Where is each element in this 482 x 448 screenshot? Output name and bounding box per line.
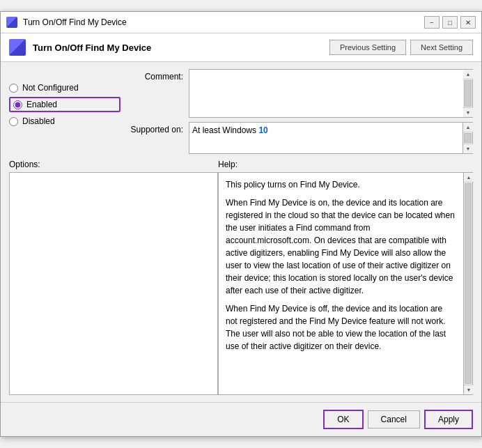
help-box-container: This policy turns on Find My Device. Whe… bbox=[218, 172, 473, 395]
title-bar-controls: − □ ✕ bbox=[424, 16, 476, 29]
close-button[interactable]: ✕ bbox=[460, 16, 476, 29]
previous-setting-button[interactable]: Previous Setting bbox=[329, 40, 406, 55]
maximize-button[interactable]: □ bbox=[442, 16, 458, 29]
help-scroll-thumb bbox=[465, 183, 472, 384]
not-configured-option[interactable]: Not Configured bbox=[9, 83, 120, 93]
help-scroll-down[interactable]: ▼ bbox=[464, 385, 474, 394]
disabled-radio[interactable] bbox=[9, 117, 18, 126]
comment-label: Comment: bbox=[120, 69, 183, 82]
comment-scroll-thumb bbox=[464, 80, 472, 107]
disabled-option[interactable]: Disabled bbox=[9, 116, 120, 126]
comment-input[interactable] bbox=[189, 69, 463, 118]
radio-group: Not Configured Enabled Disabled bbox=[9, 69, 120, 126]
help-content: This policy turns on Find My Device. Whe… bbox=[218, 172, 463, 395]
title-bar-icon bbox=[6, 17, 17, 28]
ok-button[interactable]: OK bbox=[323, 410, 363, 429]
supported-scrollbar: ▲ ▼ bbox=[463, 122, 473, 154]
top-section: Not Configured Enabled Disabled Comment: bbox=[9, 69, 473, 154]
not-configured-label: Not Configured bbox=[22, 83, 79, 93]
title-bar: Turn On/Off Find My Device − □ ✕ bbox=[1, 12, 481, 33]
apply-button[interactable]: Apply bbox=[424, 410, 473, 429]
comment-row: Comment: ▲ ▼ bbox=[120, 69, 473, 118]
supported-scroll-thumb bbox=[464, 133, 472, 143]
supported-scroll-up[interactable]: ▲ bbox=[463, 123, 473, 132]
help-label: Help: bbox=[218, 158, 473, 172]
supported-row: Supported on: At least Windows 10 ▲ ▼ bbox=[120, 122, 473, 154]
enabled-label: Enabled bbox=[26, 100, 57, 109]
help-para3: When Find My Device is off, the device a… bbox=[226, 302, 456, 353]
not-configured-radio[interactable] bbox=[9, 84, 18, 93]
supported-label: Supported on: bbox=[120, 122, 183, 134]
help-para1: This policy turns on Find My Device. bbox=[226, 178, 456, 191]
options-box bbox=[9, 172, 218, 395]
comment-scrollbar: ▲ ▼ bbox=[463, 69, 473, 118]
help-scrollbar: ▲ ▼ bbox=[463, 172, 473, 395]
minimize-button[interactable]: − bbox=[424, 16, 440, 29]
header-bar: Turn On/Off Find My Device Previous Sett… bbox=[1, 33, 481, 62]
supported-version: 10 bbox=[258, 125, 267, 135]
supported-box: At least Windows 10 bbox=[189, 122, 463, 154]
supported-text: At least Windows 10 bbox=[192, 125, 268, 135]
dialog-window: Turn On/Off Find My Device − □ ✕ Turn On… bbox=[0, 11, 482, 437]
help-para2: When Find My Device is on, the device an… bbox=[226, 196, 456, 297]
comment-container: ▲ ▼ bbox=[189, 69, 473, 118]
next-setting-button[interactable]: Next Setting bbox=[410, 40, 473, 55]
header-nav: Previous Setting Next Setting bbox=[329, 40, 473, 55]
enabled-option[interactable]: Enabled bbox=[9, 97, 120, 112]
enabled-radio[interactable] bbox=[13, 100, 22, 109]
comment-scroll-up[interactable]: ▲ bbox=[463, 70, 473, 79]
title-bar-text: Turn On/Off Find My Device bbox=[23, 17, 419, 27]
supported-container: At least Windows 10 ▲ ▼ bbox=[189, 122, 473, 154]
disabled-label: Disabled bbox=[22, 116, 55, 126]
cancel-button[interactable]: Cancel bbox=[368, 410, 420, 428]
header-title: Turn On/Off Find My Device bbox=[33, 43, 322, 53]
options-column: Options: bbox=[9, 158, 218, 395]
options-label: Options: bbox=[9, 158, 218, 172]
comment-scroll-down[interactable]: ▼ bbox=[463, 107, 473, 117]
right-panel: Comment: ▲ ▼ Supported on: bbox=[120, 69, 473, 154]
help-column: Help: This policy turns on Find My Devic… bbox=[218, 158, 473, 395]
options-help-section: Options: Help: This policy turns on Find… bbox=[9, 158, 473, 395]
header-icon bbox=[9, 39, 26, 56]
content-area: Not Configured Enabled Disabled Comment: bbox=[1, 62, 481, 402]
supported-scroll-down[interactable]: ▼ bbox=[463, 144, 473, 153]
bottom-bar: OK Cancel Apply bbox=[1, 402, 481, 436]
help-scroll-up[interactable]: ▲ bbox=[464, 173, 474, 183]
